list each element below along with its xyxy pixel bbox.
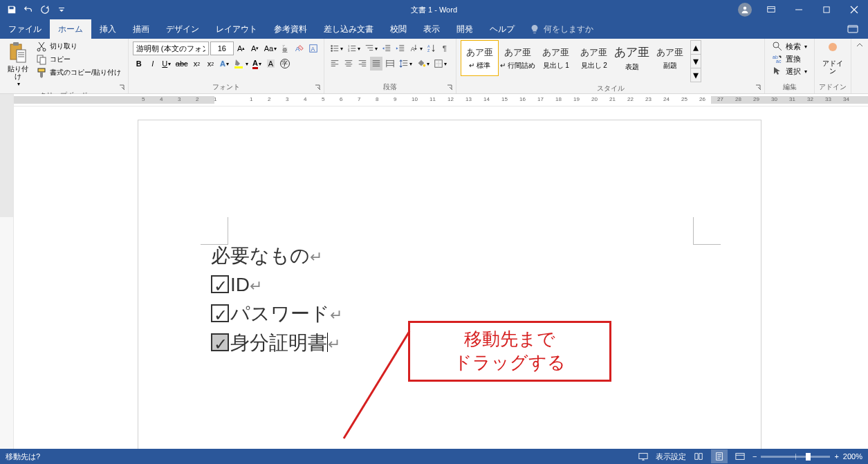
font-size-input[interactable] (210, 41, 234, 55)
enclose-characters-button[interactable]: A (307, 41, 320, 55)
collapse-ribbon-button[interactable] (851, 39, 868, 93)
read-mode-button[interactable] (690, 449, 707, 463)
svg-point-18 (331, 45, 333, 47)
line-spacing-button[interactable]: ▾ (398, 57, 414, 71)
change-case-button[interactable]: Aa▾ (263, 41, 278, 55)
vertical-ruler[interactable] (0, 94, 14, 449)
tab-insert[interactable]: 挿入 (91, 19, 124, 39)
italic-button[interactable]: I (147, 57, 159, 71)
text-effects-button[interactable]: A▾ (219, 57, 231, 71)
paste-button[interactable]: 貼り付け ▾ (4, 40, 32, 89)
svg-rect-6 (17, 50, 26, 62)
align-left-button[interactable] (329, 57, 341, 71)
clear-formatting-button[interactable]: A (293, 41, 306, 55)
align-justify-button[interactable] (370, 57, 382, 71)
ribbon-display-options-button[interactable] (757, 0, 785, 19)
format-painter-button[interactable]: 書式のコピー/貼り付け (33, 66, 124, 79)
save-button[interactable] (4, 2, 19, 17)
styles-dialog-launcher[interactable] (755, 84, 763, 92)
find-button[interactable]: 検索▾ (769, 40, 810, 53)
document-canvas[interactable]: 必要なもの↵ ID↵ パスワード↵ 身分証明書↵ 移動先まで ドラッグする (14, 106, 868, 449)
character-shading-button[interactable]: A (265, 57, 277, 71)
tab-mailings[interactable]: 差し込み文書 (315, 19, 382, 39)
tab-home[interactable]: ホーム (50, 19, 91, 39)
align-right-button[interactable] (356, 57, 369, 71)
tab-view[interactable]: 表示 (415, 19, 448, 39)
text-direction-button[interactable]: A▾ (408, 41, 424, 55)
checkbox-icon (211, 304, 229, 322)
cut-button[interactable]: 切り取り (33, 40, 124, 53)
tell-me-search[interactable]: 何をしますか (523, 19, 600, 39)
svg-rect-10 (40, 57, 46, 64)
tab-review[interactable]: 校閲 (382, 19, 415, 39)
maximize-button[interactable] (813, 0, 840, 19)
bold-button[interactable]: B (133, 57, 145, 71)
style-subtitle[interactable]: あア亜副題 (651, 40, 689, 76)
strikethrough-button[interactable]: abc (174, 57, 190, 71)
window-title: 文書 1 - Word (411, 5, 457, 15)
increase-font-button[interactable]: A▴ (235, 41, 248, 55)
align-center-button[interactable] (342, 57, 355, 71)
qat-customize-button[interactable] (54, 2, 69, 17)
tab-references[interactable]: 参考資料 (266, 19, 315, 39)
decrease-indent-button[interactable] (380, 41, 393, 55)
bullets-button[interactable]: ▾ (329, 41, 344, 55)
horizontal-ruler[interactable]: /* numbers drawn below via JS population… (14, 94, 868, 106)
tab-developer[interactable]: 開発 (448, 19, 481, 39)
svg-rect-5 (13, 42, 19, 46)
decrease-font-button[interactable]: A▾ (249, 41, 261, 55)
underline-button[interactable]: U▾ (160, 57, 173, 71)
enclose-char-button[interactable]: 字 (279, 57, 291, 71)
style-title[interactable]: あア亜表題 (613, 40, 651, 76)
web-layout-button[interactable] (732, 449, 748, 463)
zoom-in-button[interactable]: + (834, 452, 838, 461)
undo-button[interactable] (21, 2, 36, 17)
tab-draw[interactable]: 描画 (124, 19, 158, 39)
font-dialog-launcher[interactable] (314, 84, 322, 92)
page: 必要なもの↵ ID↵ パスワード↵ 身分証明書↵ (138, 120, 761, 449)
zoom-slider[interactable] (761, 456, 830, 458)
share-button[interactable] (838, 19, 868, 39)
phonetic-guide-button[interactable]: ア亜 (279, 41, 292, 55)
user-account-button[interactable] (738, 3, 752, 17)
group-label-paragraph: 段落 (329, 81, 452, 93)
copy-button[interactable]: コピー (33, 53, 124, 66)
clipboard-dialog-launcher[interactable] (118, 84, 127, 92)
redo-repeat-button[interactable] (37, 2, 53, 17)
replace-button[interactable]: abac置換 (769, 53, 810, 65)
font-name-input[interactable] (133, 41, 209, 55)
select-button[interactable]: 選択▾ (769, 65, 810, 77)
sort-button[interactable]: AZ (425, 41, 438, 55)
tab-help[interactable]: ヘルプ (481, 19, 523, 39)
distributed-button[interactable] (384, 57, 396, 71)
style-heading1[interactable]: あア亜見出し 1 (537, 40, 575, 76)
styles-gallery-more[interactable]: ▴▾▾ (690, 40, 701, 82)
tab-layout[interactable]: レイアウト (207, 19, 266, 39)
shading-button[interactable]: ▾ (415, 57, 431, 71)
minimize-button[interactable] (785, 0, 813, 19)
styles-gallery: あア亜↵ 標準 あア亜↵ 行間詰め あア亜見出し 1 あア亜見出し 2 あア亜表… (461, 40, 701, 82)
document-content[interactable]: 必要なもの↵ ID↵ パスワード↵ 身分証明書↵ (211, 241, 342, 358)
style-normal[interactable]: あア亜↵ 標準 (461, 40, 499, 76)
font-color-button[interactable]: A▾ (251, 57, 264, 71)
increase-indent-button[interactable] (394, 41, 407, 55)
display-settings-button[interactable] (635, 449, 652, 463)
zoom-level[interactable]: 200% (843, 452, 862, 461)
numbering-button[interactable]: 123▾ (346, 41, 362, 55)
tab-design[interactable]: デザイン (158, 19, 207, 39)
close-button[interactable] (840, 0, 868, 19)
zoom-out-button[interactable]: − (752, 452, 757, 461)
style-heading2[interactable]: あア亜見出し 2 (575, 40, 613, 76)
tab-file[interactable]: ファイル (0, 19, 50, 39)
paragraph-dialog-launcher[interactable] (446, 84, 454, 92)
borders-button[interactable]: ▾ (432, 57, 448, 71)
multilevel-list-button[interactable]: ▾ (363, 41, 379, 55)
highlight-button[interactable]: ▾ (232, 57, 250, 71)
replace-icon: abac (772, 53, 783, 64)
print-layout-button[interactable] (711, 449, 728, 463)
show-hide-marks-button[interactable]: ¶ (439, 41, 452, 55)
superscript-button[interactable]: x2 (205, 57, 217, 71)
style-no-spacing[interactable]: あア亜↵ 行間詰め (499, 40, 537, 76)
subscript-button[interactable]: x2 (191, 57, 203, 71)
addins-button[interactable]: アドイン (819, 40, 847, 76)
